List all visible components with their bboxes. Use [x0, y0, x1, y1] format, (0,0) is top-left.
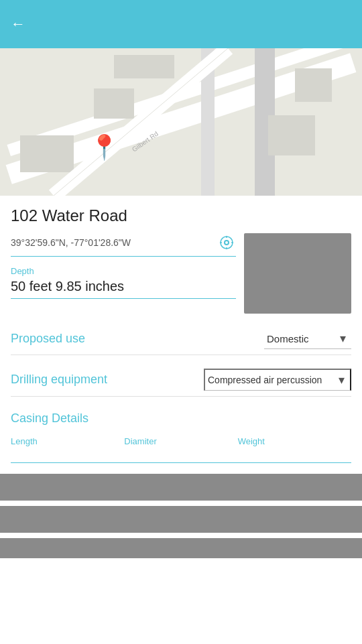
coordinates-row: 39°32'59.6"N, -77°01'28.6"W — [11, 233, 236, 257]
casing-length-input[interactable] — [11, 446, 124, 460]
gray-bar-3 — [0, 538, 362, 558]
coordinates-text: 39°32'59.6"N, -77°01'28.6"W — [11, 237, 217, 248]
svg-rect-9 — [114, 55, 174, 78]
svg-rect-8 — [295, 68, 332, 102]
proposed-use-chevron-icon: ▾ — [340, 331, 346, 346]
svg-rect-5 — [20, 135, 74, 172]
proposed-use-value: Domestic — [267, 333, 309, 344]
svg-rect-6 — [94, 88, 134, 119]
proposed-use-row: Proposed use Domestic ▾ — [11, 328, 351, 355]
property-thumbnail — [244, 233, 351, 314]
back-icon: ← — [11, 15, 25, 33]
drilling-equipment-row: Drilling equipment Compressed air percus… — [11, 369, 351, 397]
drilling-equipment-value: Compressed air percussion — [208, 375, 322, 385]
casing-weight-input[interactable] — [238, 446, 351, 460]
depth-value: 50 feet 9.85 inches — [11, 279, 236, 299]
gray-bar-2 — [0, 506, 362, 533]
map-view[interactable]: Gilbert Rd 📍 — [0, 48, 362, 196]
left-column: 39°32'59.6"N, -77°01'28.6"W Depth 50 fee… — [11, 233, 236, 299]
proposed-use-dropdown[interactable]: Domestic ▾ — [264, 328, 351, 349]
casing-diameter-input[interactable] — [124, 446, 237, 460]
address-title: 102 Water Road — [11, 206, 351, 225]
drilling-equipment-chevron-icon: ▾ — [339, 373, 345, 387]
svg-rect-7 — [268, 115, 315, 155]
map-background: Gilbert Rd — [0, 48, 362, 196]
drilling-equipment-label: Drilling equipment — [11, 373, 107, 387]
casing-length-label: Length — [11, 436, 124, 446]
back-button[interactable]: ← — [11, 15, 25, 33]
casing-inputs-row: Length Diamiter Weight — [11, 436, 351, 463]
casing-weight-label: Weight — [238, 436, 351, 446]
content-area: 102 Water Road 39°32'59.6"N, -77°01'28.6… — [0, 196, 362, 558]
proposed-use-label: Proposed use — [11, 332, 85, 346]
app-header: ← — [0, 0, 362, 48]
casing-diameter-field: Diamiter — [124, 436, 237, 463]
info-row: 39°32'59.6"N, -77°01'28.6"W Depth 50 fee… — [11, 233, 351, 314]
drilling-equipment-dropdown[interactable]: Compressed air percussion ▾ — [204, 369, 351, 391]
casing-weight-field: Weight — [238, 436, 351, 463]
casing-diameter-label: Diamiter — [124, 436, 237, 446]
gray-bar-1 — [0, 474, 362, 501]
svg-point-15 — [225, 241, 228, 244]
map-pin: 📍 — [89, 135, 119, 159]
casing-details-title: Casing Details — [11, 411, 351, 426]
location-icon[interactable] — [217, 233, 236, 252]
casing-length-field: Length — [11, 436, 124, 463]
depth-label: Depth — [11, 266, 236, 276]
